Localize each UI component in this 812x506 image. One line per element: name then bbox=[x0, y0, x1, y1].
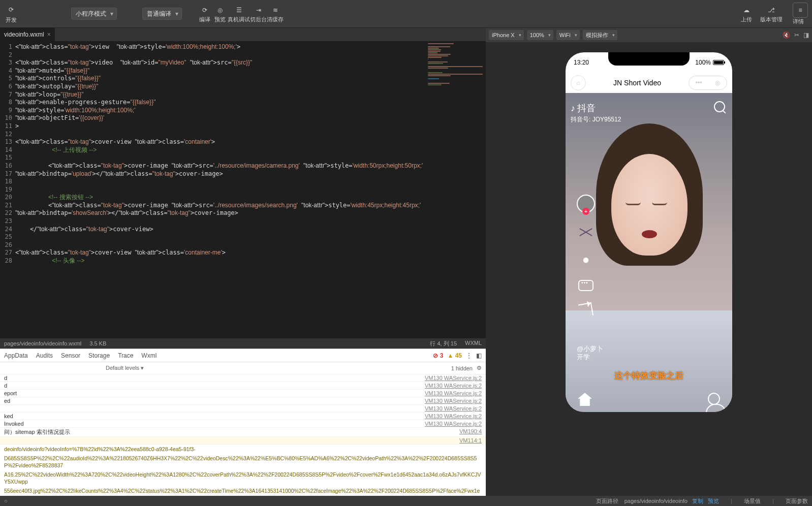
battery-icon bbox=[713, 60, 724, 65]
console-row[interactable]: kedVM130 WAService.js:2 bbox=[0, 413, 486, 420]
status-battery-pct: 100% bbox=[695, 59, 711, 66]
page-path: pages/videoinfo/videoinfo bbox=[624, 498, 688, 504]
app-title: JN Short Video bbox=[586, 79, 689, 87]
tab-appdata[interactable]: AppData bbox=[4, 352, 28, 359]
preview-path-link[interactable]: 预览 bbox=[708, 498, 719, 504]
sim-action-select[interactable]: 模拟操作 bbox=[583, 30, 617, 40]
status-time: 13:20 bbox=[574, 59, 589, 66]
status-cursor: 行 4, 列 15 bbox=[430, 340, 457, 347]
tabbar-home-icon[interactable] bbox=[578, 393, 592, 406]
mute-icon[interactable]: 🔇 bbox=[783, 31, 790, 39]
scene-label[interactable]: 场景值 bbox=[744, 498, 761, 504]
share-icon[interactable] bbox=[578, 302, 594, 318]
console-gear-icon[interactable]: ⚙ bbox=[477, 365, 482, 371]
network-select[interactable]: WiFi bbox=[556, 30, 580, 40]
tab-storage[interactable]: Storage bbox=[88, 352, 110, 359]
page-path-label: 页面路径 bbox=[596, 498, 618, 504]
douyin-id: 抖音号: JOY95512 bbox=[571, 115, 621, 124]
tab-wxml[interactable]: Wxml bbox=[141, 352, 157, 359]
tabbar-user-icon[interactable] bbox=[708, 393, 720, 405]
video-caption: 这个特效变脸之后 bbox=[614, 370, 683, 382]
console-row[interactable]: eportVM130 WAService.js:2 bbox=[0, 390, 486, 397]
simulator-pane: iPhone X 100% WiFi 模拟操作 🔇 ✂ ◨ 13:20 100% bbox=[486, 28, 812, 496]
status-lang: WXML bbox=[465, 340, 482, 347]
console-tabs: AppData Audits Sensor Storage Trace Wxml… bbox=[0, 349, 486, 362]
console-row[interactable]: dVM130 WAService.js:2 bbox=[0, 382, 486, 390]
author-avatar[interactable] bbox=[577, 195, 595, 213]
device-frame: 13:20 100% ⌂ JN Short Video ••• ◎ bbox=[566, 52, 732, 412]
editor-tab-active[interactable]: videoinfo.wxml × bbox=[0, 28, 55, 41]
tab-sensor[interactable]: Sensor bbox=[61, 352, 80, 359]
effect-icon[interactable] bbox=[579, 225, 593, 239]
app-statusbar: ○ 页面路径 pages/videoinfo/videoinfo 复制 预览 |… bbox=[0, 496, 812, 506]
video-author[interactable]: @小萝卜 开学 bbox=[577, 345, 603, 361]
capsule-buttons[interactable]: ••• ◎ bbox=[689, 76, 727, 90]
devtools-console: AppData Audits Sensor Storage Trace Wxml… bbox=[0, 349, 486, 496]
app-navbar: ⌂ JN Short Video ••• ◎ bbox=[566, 73, 732, 93]
upload-button[interactable]: ☁ 上传 bbox=[739, 5, 754, 23]
mode-select[interactable]: 小程序模式 bbox=[71, 8, 117, 20]
console-row[interactable]: VM130 WAService.js:2 bbox=[0, 405, 486, 413]
page-params-label[interactable]: 页面参数 bbox=[786, 498, 808, 504]
tab-trace[interactable]: Trace bbox=[118, 352, 133, 359]
console-dock-icon[interactable]: ◧ bbox=[476, 352, 482, 359]
status-ring-icon[interactable]: ○ bbox=[4, 498, 8, 504]
detail-button[interactable]: ≡ 详情 bbox=[789, 3, 808, 25]
background-button[interactable]: ⇥ 切后台 bbox=[250, 5, 267, 23]
editor-tabs: videoinfo.wxml × bbox=[0, 28, 486, 41]
comment-icon[interactable] bbox=[578, 280, 594, 291]
remote-debug-button[interactable]: ☰ 真机调试 bbox=[228, 5, 250, 23]
device-notch bbox=[608, 52, 690, 66]
video-view[interactable]: ♪ 抖音 抖音号: JOY95512 ● @小萝卜 开学 这个特效变脸 bbox=[566, 93, 732, 412]
status-path: pages/videoinfo/videoinfo.wxml bbox=[4, 340, 81, 346]
tab-filename: videoinfo.wxml bbox=[4, 31, 44, 38]
log-level-select[interactable]: Default levels ▾ bbox=[106, 365, 144, 371]
search-icon[interactable] bbox=[714, 101, 725, 112]
editor-statusbar: pages/videoinfo/videoinfo.wxml 3.5 KB 行 … bbox=[0, 338, 486, 349]
zoom-select[interactable]: 100% bbox=[527, 30, 553, 40]
console-row[interactable]: InvokedVM130 WAService.js:2 bbox=[0, 420, 486, 428]
copy-path-link[interactable]: 复制 bbox=[692, 498, 703, 504]
dev-label: ⟳ 开发 bbox=[4, 4, 18, 24]
top-toolbar: ⟳ 开发 小程序模式 普通编译 ⟳ 编译 ◎ 预览 ☰ 真机调试 ⇥ 切后台 ≋… bbox=[0, 0, 812, 28]
rotate-icon[interactable]: ✂ bbox=[794, 31, 799, 39]
status-size: 3.5 KB bbox=[89, 340, 106, 346]
warn-count-badge[interactable]: ▲ 45 bbox=[447, 352, 462, 359]
error-count-badge[interactable]: ⊘ 3 bbox=[433, 352, 443, 359]
side-actions: ● bbox=[577, 195, 595, 317]
preview-toolbar: iPhone X 100% WiFi 模拟操作 🔇 ✂ ◨ bbox=[486, 28, 812, 42]
console-more-icon[interactable]: ⋮ bbox=[466, 352, 472, 359]
version-button[interactable]: ⎇ 版本管理 bbox=[760, 5, 783, 23]
capsule-close-icon[interactable]: ◎ bbox=[715, 79, 720, 86]
console-row[interactable]: dVM130 WAService.js:2 bbox=[0, 374, 486, 382]
compile-profile-select[interactable]: 普通编译 bbox=[142, 8, 182, 20]
code-editor[interactable]: 1234567891011121314151617181920212223242… bbox=[0, 41, 486, 338]
home-button[interactable]: ⌂ bbox=[571, 75, 586, 90]
minimap[interactable] bbox=[425, 41, 486, 338]
device-select[interactable]: iPhone X bbox=[489, 30, 524, 40]
douyin-logo: ♪ 抖音 bbox=[571, 102, 596, 114]
preview-button[interactable]: ◎ 预览 bbox=[212, 5, 228, 23]
hidden-count: 1 hidden bbox=[451, 365, 473, 371]
dot-icon: ● bbox=[578, 251, 594, 268]
dock-icon[interactable]: ◨ bbox=[803, 31, 809, 39]
capsule-more-icon[interactable]: ••• bbox=[696, 79, 702, 86]
console-row[interactable]: edVM130 WAService.js:2 bbox=[0, 397, 486, 405]
clear-cache-button[interactable]: ≋ 清缓存 bbox=[267, 5, 284, 23]
close-icon[interactable]: × bbox=[47, 31, 51, 38]
editor-pane: videoinfo.wxml × 12345678910111213141516… bbox=[0, 28, 486, 496]
tab-audits[interactable]: Audits bbox=[36, 352, 53, 359]
compile-button[interactable]: ⟳ 编译 bbox=[197, 5, 212, 23]
